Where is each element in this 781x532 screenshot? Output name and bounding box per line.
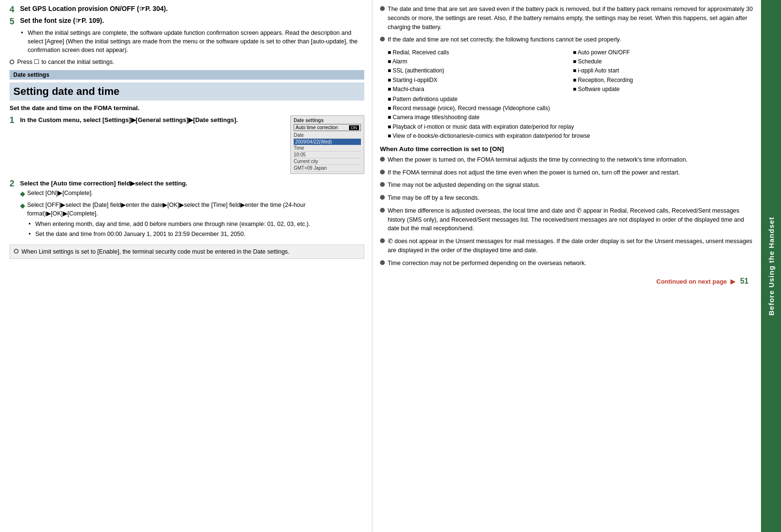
feat-alarm: ■ Alarm: [388, 57, 568, 66]
when-auto-bullet-6-text: Time correction may not be performed dep…: [388, 259, 586, 268]
feat-iapplidx: ■ Starting i-αppliDX: [388, 76, 568, 85]
step2-sub2: ◆ Select [OFF]▶select the [Date] field▶e…: [20, 201, 364, 218]
step2-sub2-diamond: ◆: [20, 201, 25, 210]
right-content: The date and time that are set are saved…: [372, 0, 761, 532]
feat-schedule: ■ Schedule: [573, 57, 754, 66]
right-bullet-2-text: If the date and time are not set correct…: [388, 35, 621, 44]
feat-reception: ■ Reception, Recording: [573, 76, 754, 85]
screenshot-city-label: Current city: [294, 158, 361, 165]
date-settings-bar: Date settings: [10, 70, 364, 80]
feat-record: ■ Record message (voice), Record message…: [388, 104, 753, 113]
step2-row: 2 Select the [Auto time correction] fiel…: [10, 179, 364, 240]
footer-row: Continued on next page ▶ 51: [380, 277, 753, 286]
screenshot-auto-value: ON: [349, 125, 360, 130]
section-title-box: Setting date and time: [10, 82, 364, 101]
page-number: 51: [740, 277, 749, 286]
press-note-bullet: [10, 60, 14, 64]
step1-row: 1 In the Custom menu, select [Settings]▶…: [10, 115, 364, 174]
feat-ssl: ■ SSL (authentication): [388, 66, 568, 75]
when-auto-bullet-5-text: ✆ does not appear in the Unsent messages…: [388, 237, 753, 255]
right-bullet-1-icon: [380, 6, 385, 11]
step2-number: 2: [10, 179, 20, 189]
when-auto-title: When Auto time correction is set to [ON]: [380, 145, 753, 153]
sidebar: Before Using the Handset: [761, 0, 781, 532]
step1-content: In the Custom menu, select [Settings]▶[G…: [20, 115, 286, 125]
right-bullet-1: The date and time that are set are saved…: [380, 5, 753, 31]
step4-header: 4 Set GPS Location provision ON/OFF (☞P.…: [10, 5, 364, 15]
screenshot-date-label: Date: [294, 132, 361, 139]
feat-auto-power: ■ Auto power ON/OFF: [573, 48, 754, 57]
when-auto-bullet-1: If the FOMA terminal does not adjust the…: [380, 168, 753, 177]
screenshot-title: Date settings: [294, 118, 361, 123]
step5-bullet-1: When the initial settings are complete, …: [20, 29, 364, 54]
feat-playback: ■ Playback of i-motion or music data wit…: [388, 123, 753, 132]
when-auto-bullet-2: Time may not be adjusted depending on th…: [380, 181, 753, 190]
when-auto-bullet-1-text: If the FOMA terminal does not adjust the…: [388, 168, 680, 177]
step5-bullets: When the initial settings are complete, …: [20, 29, 364, 54]
right-bullet-1-text: The date and time that are set are saved…: [388, 5, 753, 31]
right-bullet-2-icon: [380, 37, 385, 41]
when-auto-bullet-1-icon: [380, 170, 385, 174]
feat-pattern: ■ Pattern definitions update: [388, 95, 753, 104]
step5-header: 5 Set the font size (☞P. 109).: [10, 17, 364, 27]
step1-number: 1: [10, 115, 20, 125]
screenshot-time-value: 10:05: [294, 152, 361, 158]
feat-view: ■ View of e-books/e-dictionaries/e-comic…: [388, 132, 753, 141]
feat-iappli-auto: ■ i-αppli Auto start: [573, 66, 754, 75]
set-date-text: Set the date and time on the FOMA termin…: [10, 104, 364, 112]
screenshot-date-value: 2009/04/22(Wed): [294, 139, 361, 145]
feat-redial: ■ Redial, Received calls: [388, 48, 568, 57]
step5-number: 5: [10, 17, 20, 27]
right-bullet-2: If the date and time are not set correct…: [380, 35, 753, 44]
note-box: When Limit settings is set to [Enable], …: [10, 245, 364, 259]
step4-number: 4: [10, 5, 20, 15]
feat-camera: ■ Camera image titles/shooting date: [388, 113, 753, 122]
when-auto-bullet-2-text: Time may not be adjusted depending on th…: [388, 181, 540, 190]
section-title: Setting date and time: [13, 85, 360, 98]
feat-machi: ■ Machi-chara: [388, 85, 568, 94]
step2-sub-bullet-1: When entering month, day and time, add 0…: [28, 220, 364, 228]
step4-title: Set GPS Location provision ON/OFF (☞P. 3…: [20, 5, 168, 12]
note-text: When Limit settings is set to [Enable], …: [21, 247, 289, 256]
screenshot-auto-correction-row: Auto time correction ON: [294, 124, 361, 131]
step2-sub1: ◆ Select [ON]▶[Complete].: [20, 189, 364, 198]
step2-details: ◆ Select [ON]▶[Complete]. ◆ Select [OFF]…: [20, 189, 364, 240]
when-auto-bullet-4-text: When time difference is adjusted oversea…: [388, 206, 753, 233]
when-auto-bullet-0: When the power is turned on, the FOMA te…: [380, 155, 753, 164]
step1-title: In the Custom menu, select [Settings]▶[G…: [20, 115, 286, 125]
press-note: Press ☐ to cancel the initial settings.: [10, 58, 364, 65]
step2-sub-bullet-2: Set the date and time from 00:00 January…: [28, 230, 364, 238]
feat-software: ■ Software update: [573, 85, 754, 94]
continued-text: Continued on next page ▶: [657, 278, 736, 285]
sidebar-text: Before Using the Handset: [767, 216, 775, 315]
step2-sub2-text: Select [OFF]▶select the [Date] field▶ent…: [27, 201, 364, 218]
when-auto-bullet-2-icon: [380, 182, 385, 187]
step2-sub1-text: Select [ON]▶[Complete].: [27, 189, 93, 197]
step2-sub1-diamond: ◆: [20, 189, 25, 198]
step2-sub-bullets: When entering month, day and time, add 0…: [28, 220, 364, 238]
step2-content: Select the [Auto time correction] field▶…: [20, 179, 187, 188]
when-auto-bullet-4: When time difference is adjusted oversea…: [380, 206, 753, 233]
when-auto-bullet-0-icon: [380, 157, 385, 162]
when-auto-bullet-5-icon: [380, 238, 385, 243]
step2-title: Select the [Auto time correction] field▶…: [20, 179, 187, 188]
press-note-text: Press ☐ to cancel the initial settings.: [17, 58, 114, 65]
when-auto-bullet-3: Time may be off by a few seconds.: [380, 194, 753, 203]
when-auto-bullet-4-icon: [380, 208, 385, 213]
screenshot-auto-label: Auto time correction: [296, 125, 338, 130]
left-content: 4 Set GPS Location provision ON/OFF (☞P.…: [0, 0, 372, 532]
screenshot-box: Date settings Auto time correction ON Da…: [290, 115, 364, 174]
step5-body: When the initial settings are complete, …: [20, 29, 364, 54]
features-grid: ■ Redial, Received calls ■ Auto power ON…: [388, 48, 753, 141]
note-bullet: [14, 249, 19, 254]
when-auto-bullet-3-text: Time may be off by a few seconds.: [388, 194, 479, 203]
step5-title: Set the font size (☞P. 109).: [20, 17, 104, 24]
when-auto-bullet-6-icon: [380, 260, 385, 265]
when-auto-bullets: When the power is turned on, the FOMA te…: [380, 155, 753, 268]
when-auto-bullet-5: ✆ does not appear in the Unsent messages…: [380, 237, 753, 255]
screenshot-time-label: Time: [294, 145, 361, 152]
when-auto-bullet-6: Time correction may not be performed dep…: [380, 259, 753, 268]
screenshot-city-value: GMT+09 Japan: [294, 165, 361, 172]
when-auto-bullet-3-icon: [380, 195, 385, 200]
when-auto-bullet-0-text: When the power is turned on, the FOMA te…: [388, 155, 688, 164]
